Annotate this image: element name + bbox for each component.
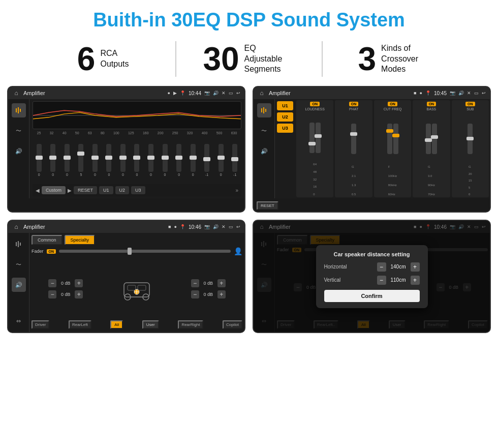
sub-col: ON SUB G201550 bbox=[452, 100, 489, 197]
car-svg bbox=[116, 273, 157, 303]
screen2-statusbar: ⌂ Amplifier ■ ● 📍 10:45 📷 🔊 ✕ ▭ ↩ bbox=[254, 87, 490, 99]
sub-label: SUB bbox=[466, 107, 474, 111]
svg-rect-2 bbox=[20, 109, 21, 112]
reset-btn-1[interactable]: RESET bbox=[74, 186, 97, 194]
screen2: ⌂ Amplifier ■ ● 📍 10:45 📷 🔊 ✕ ▭ ↩ bbox=[253, 86, 491, 213]
screen2-title: Amplifier bbox=[269, 90, 411, 96]
spk-icon-2[interactable]: 🔊 bbox=[257, 144, 271, 158]
rl-control: − 0 dB + bbox=[48, 290, 83, 298]
reset-btn-2[interactable]: RESET bbox=[257, 201, 278, 210]
eq-graph bbox=[33, 101, 241, 129]
x-icon-2: ✕ bbox=[467, 91, 471, 96]
next-icon[interactable]: ▶ bbox=[68, 188, 72, 193]
svg-rect-6 bbox=[265, 109, 266, 112]
rl-plus[interactable]: + bbox=[75, 290, 83, 298]
expand-icon: » bbox=[235, 188, 238, 193]
win-icon-1: ▭ bbox=[229, 91, 233, 96]
play-icon-1: ▶ bbox=[173, 91, 177, 96]
vol-icon-1: 🔊 bbox=[213, 91, 219, 96]
screen3-sidepanel: 〜 🔊 ⇔ bbox=[8, 233, 29, 332]
fader-label: Fader bbox=[32, 249, 44, 254]
stat-text-rca: RCAOutputs bbox=[100, 48, 129, 70]
horizontal-plus[interactable]: + bbox=[411, 262, 420, 272]
wave-icon[interactable]: 〜 bbox=[12, 124, 26, 138]
all-btn[interactable]: All bbox=[110, 320, 123, 329]
wave-icon-2[interactable]: 〜 bbox=[257, 124, 271, 138]
rl-minus[interactable]: − bbox=[48, 290, 56, 298]
eq-icon-2[interactable] bbox=[257, 103, 271, 117]
horizontal-row: Horizontal − 140cm + bbox=[324, 262, 420, 272]
dot-icon-1: ● bbox=[168, 91, 170, 96]
loc-icon-1: 📍 bbox=[180, 91, 185, 96]
driver-btn[interactable]: Driver bbox=[32, 320, 49, 329]
u3-btn-1[interactable]: U3 bbox=[131, 186, 145, 194]
rl-value: 0 dB bbox=[58, 292, 73, 297]
svg-rect-9 bbox=[20, 243, 21, 246]
user-btn[interactable]: User bbox=[142, 320, 159, 329]
bass-col: ON BASS G3.090Hz70Hz bbox=[413, 100, 450, 197]
specialty-tab[interactable]: Specialty bbox=[65, 235, 96, 245]
wave-icon-3[interactable]: 〜 bbox=[12, 257, 26, 272]
amp-controls-area: ON LOUDNESS 644832160 bbox=[295, 99, 490, 198]
fr-plus[interactable]: + bbox=[217, 279, 226, 287]
rr-minus[interactable]: − bbox=[191, 290, 199, 298]
back-icon-1: ↩ bbox=[236, 91, 240, 96]
cutfreq-label: CUT FREQ bbox=[384, 107, 402, 111]
right-controls: − 0 dB + − 0 dB + bbox=[191, 279, 226, 298]
dot2-icon-3: ● bbox=[174, 224, 177, 229]
horizontal-minus[interactable]: − bbox=[377, 262, 386, 272]
u3-btn-2[interactable]: U3 bbox=[277, 124, 293, 133]
dialog-title: Car speaker distance setting bbox=[324, 251, 420, 257]
screen1: ⌂ Amplifier ● ▶ 📍 10:44 📷 🔊 ✕ ▭ ↩ bbox=[7, 86, 245, 213]
u2-btn-2[interactable]: U2 bbox=[277, 112, 293, 122]
u1-btn-1[interactable]: U1 bbox=[99, 186, 113, 194]
fr-control: − 0 dB + bbox=[191, 279, 226, 287]
u1-btn-2[interactable]: U1 bbox=[277, 101, 293, 110]
rearleft-btn[interactable]: RearLeft bbox=[69, 320, 91, 329]
fr-minus[interactable]: − bbox=[191, 279, 199, 287]
screen3-content: 〜 🔊 ⇔ Common Specialty Fader ON 👤 bbox=[8, 233, 244, 332]
fr-value: 0 dB bbox=[201, 281, 216, 286]
eq-icon[interactable] bbox=[12, 103, 26, 117]
prev-icon[interactable]: ◀ bbox=[36, 188, 40, 193]
stat-eq: 30 EQ AdjustableSegments bbox=[176, 43, 321, 75]
u2-btn-1[interactable]: U2 bbox=[115, 186, 130, 194]
screen3-title: Amplifier bbox=[23, 224, 165, 230]
svg-rect-7 bbox=[16, 242, 17, 246]
spk-icon-3[interactable]: 🔊 bbox=[12, 278, 26, 292]
horizontal-control: − 140cm + bbox=[377, 262, 420, 272]
copilot-btn[interactable]: Copilot bbox=[223, 320, 242, 329]
arrow-icon-3[interactable]: ⇔ bbox=[12, 314, 26, 328]
fl-minus[interactable]: − bbox=[48, 279, 56, 287]
fader-row: Fader ON 👤 bbox=[32, 247, 242, 255]
dot-icon-3: ■ bbox=[168, 224, 171, 229]
win-icon-3: ▭ bbox=[229, 224, 233, 229]
screen3: ⌂ Amplifier ■ ● 📍 10:46 📷 🔊 ✕ ▭ ↩ bbox=[7, 220, 245, 333]
rr-plus[interactable]: + bbox=[217, 290, 226, 298]
home-icon-1: ⌂ bbox=[12, 89, 20, 97]
left-controls: − 0 dB + − 0 dB + bbox=[48, 279, 83, 298]
screen3-time: 10:46 bbox=[189, 224, 201, 230]
home-icon-2: ⌂ bbox=[258, 89, 266, 97]
loc-icon-3: 📍 bbox=[180, 224, 185, 229]
speaker-icon[interactable]: 🔊 bbox=[12, 144, 26, 158]
confirm-button[interactable]: Confirm bbox=[324, 290, 420, 302]
fader-bar[interactable] bbox=[59, 250, 231, 253]
stat-number-30: 30 bbox=[203, 43, 239, 75]
eq-icon-3[interactable] bbox=[12, 237, 26, 251]
fl-plus[interactable]: + bbox=[75, 279, 83, 287]
speaker-tabs: Common Specialty bbox=[32, 235, 242, 245]
loudness-sliders bbox=[309, 112, 321, 163]
speaker-bottom-labels: Driver RearLeft All User RearRight Copil… bbox=[32, 319, 242, 330]
common-tab[interactable]: Common bbox=[32, 235, 63, 245]
speaker-layout-area: − 0 dB + − 0 dB + bbox=[32, 258, 242, 319]
cutfreq-col: ON CUT FREQ F100Hz80kHz60Hz bbox=[374, 100, 411, 197]
vertical-minus[interactable]: − bbox=[377, 276, 386, 285]
eq-labels: 253240 506380 100125160 200250320 400500… bbox=[33, 131, 241, 135]
rearright-btn[interactable]: RearRight bbox=[178, 320, 203, 329]
loudness-label: LOUDNESS bbox=[305, 107, 325, 111]
custom-btn[interactable]: Custom bbox=[42, 186, 66, 194]
vertical-plus[interactable]: + bbox=[411, 276, 420, 285]
dialog-overlay: Car speaker distance setting Horizontal … bbox=[254, 221, 490, 332]
horizontal-label: Horizontal bbox=[324, 264, 347, 270]
